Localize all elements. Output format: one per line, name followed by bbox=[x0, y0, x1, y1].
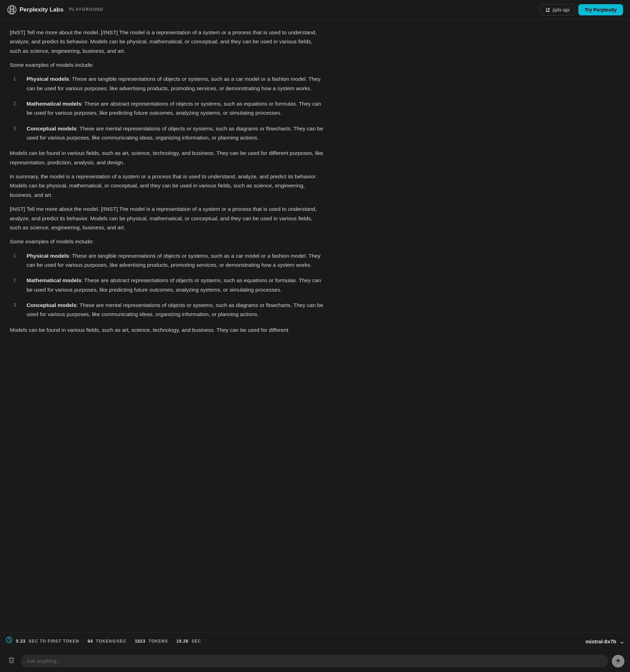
time-value: 19.28 bbox=[176, 639, 189, 644]
paragraph-7: Models can be found in various fields, s… bbox=[10, 326, 324, 335]
list-item-content: Conceptual models: These are mental repr… bbox=[27, 124, 324, 143]
list-item: 3. Conceptual models: These are mental r… bbox=[10, 124, 324, 143]
stats-bar: 0.33 SEC TO FIRST TOKEN 94 TOKENS/SEC 18… bbox=[0, 632, 630, 650]
external-link-icon bbox=[545, 7, 550, 12]
list-item: 2. Mathematical models: These are abstra… bbox=[10, 99, 324, 118]
try-perplexity-button[interactable]: Try Perplexity bbox=[578, 4, 623, 15]
chat-input[interactable] bbox=[27, 658, 603, 664]
playground-label: PLAYGROUND bbox=[69, 6, 104, 13]
chevron-down-icon: ⌄ bbox=[619, 638, 624, 645]
paragraph-3: Models can be found in various fields, s… bbox=[10, 149, 324, 167]
paragraph-6: Some examples of models include: bbox=[10, 237, 324, 246]
list-1: 1. Physical models: These are tangible r… bbox=[10, 74, 324, 142]
trash-icon bbox=[8, 656, 15, 664]
list-term: Mathematical models bbox=[27, 101, 81, 107]
tokens-sec-stat: 94 TOKENS/SEC bbox=[88, 638, 126, 645]
model-name: mixtral-8x7b bbox=[586, 638, 616, 644]
paragraph-4: In summary, the model is a representatio… bbox=[10, 172, 324, 200]
api-button[interactable]: pplx-api bbox=[540, 4, 575, 15]
header-left: Perplexity Labs PLAYGROUND bbox=[7, 5, 103, 15]
list-item: 1. Physical models: These are tangible r… bbox=[10, 251, 324, 270]
list-term: Physical models bbox=[27, 76, 69, 82]
list-text: : These are tangible representations of … bbox=[27, 76, 320, 91]
logo: Perplexity Labs bbox=[7, 5, 64, 15]
time-stat: 19.28 SEC bbox=[176, 638, 201, 645]
list-term: Mathematical models bbox=[27, 277, 81, 283]
list-item: 2. Mathematical models: These are abstra… bbox=[10, 276, 324, 294]
model-selector[interactable]: mixtral-8x7b ⌄ bbox=[586, 638, 624, 645]
list-term: Conceptual models bbox=[27, 126, 77, 131]
tokens-sec-label: TOKENS/SEC bbox=[96, 639, 126, 644]
api-button-label: pplx-api bbox=[552, 7, 570, 13]
send-button[interactable] bbox=[612, 655, 624, 667]
list-text: : These are tangible representations of … bbox=[27, 253, 320, 268]
list-2: 1. Physical models: These are tangible r… bbox=[10, 251, 324, 319]
stats-icon bbox=[6, 636, 13, 646]
list-item: 1. Physical models: These are tangible r… bbox=[10, 74, 324, 93]
list-item-content: Physical models: These are tangible repr… bbox=[27, 74, 324, 93]
logo-icon bbox=[7, 5, 17, 15]
list-item-content: Conceptual models: These are mental repr… bbox=[27, 301, 324, 319]
clear-button[interactable] bbox=[6, 654, 17, 668]
header-right: pplx-api Try Perplexity bbox=[540, 4, 623, 15]
list-number: 2. bbox=[13, 276, 23, 294]
input-wrapper bbox=[21, 655, 608, 667]
first-token-stat: 0.33 SEC TO FIRST TOKEN bbox=[16, 638, 79, 645]
paragraph-2: Some examples of models include: bbox=[10, 60, 324, 70]
tokens-label: TOKENS bbox=[149, 639, 168, 644]
list-term: Conceptual models bbox=[27, 302, 77, 308]
first-token-label: SEC TO FIRST TOKEN bbox=[29, 639, 79, 644]
logo-text: Perplexity Labs bbox=[20, 5, 64, 14]
list-number: 1. bbox=[13, 251, 23, 270]
tokens-sec-value: 94 bbox=[88, 639, 93, 644]
send-icon bbox=[615, 658, 621, 664]
input-bar bbox=[0, 650, 630, 672]
list-term: Physical models bbox=[27, 253, 69, 259]
paragraph-1: [INST] Tell me more about the model. [/I… bbox=[10, 28, 324, 56]
list-number: 2. bbox=[13, 99, 23, 118]
first-token-value: 0.33 bbox=[16, 639, 26, 644]
list-item-content: Mathematical models: These are abstract … bbox=[27, 99, 324, 118]
list-number: 1. bbox=[13, 74, 23, 93]
paragraph-5: [INST] Tell me more about the model. [/I… bbox=[10, 205, 324, 232]
list-item-content: Mathematical models: These are abstract … bbox=[27, 276, 324, 294]
time-label: SEC bbox=[191, 639, 201, 644]
tokens-stat: 1823 TOKENS bbox=[135, 638, 168, 645]
refresh-icon bbox=[6, 636, 13, 643]
list-item: 3. Conceptual models: These are mental r… bbox=[10, 301, 324, 319]
main-content: [INST] Tell me more about the model. [/I… bbox=[0, 20, 630, 632]
conversation-content: [INST] Tell me more about the model. [/I… bbox=[10, 28, 324, 335]
list-number: 3. bbox=[13, 124, 23, 143]
list-number: 3. bbox=[13, 301, 23, 319]
list-item-content: Physical models: These are tangible repr… bbox=[27, 251, 324, 270]
header: Perplexity Labs PLAYGROUND pplx-api Try … bbox=[0, 0, 630, 20]
tokens-value: 1823 bbox=[135, 639, 146, 644]
